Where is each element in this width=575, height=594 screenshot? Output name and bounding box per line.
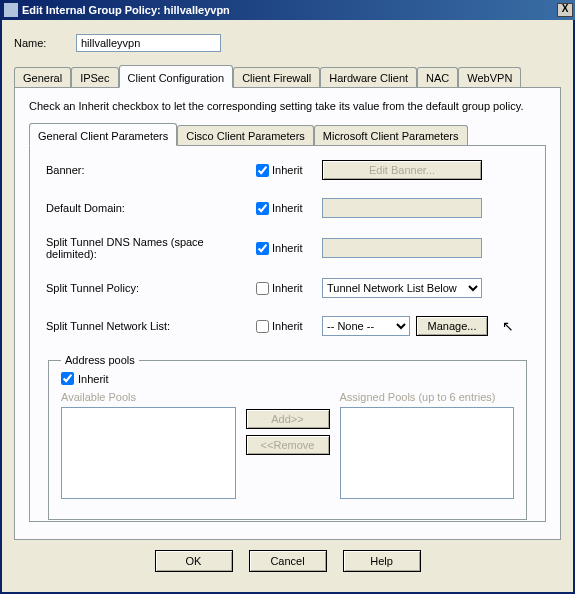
window-title: Edit Internal Group Policy: hillvalleyvp… xyxy=(22,4,557,16)
tab-nac[interactable]: NAC xyxy=(417,67,458,87)
help-button[interactable]: Help xyxy=(343,550,421,572)
split-dns-label: Split Tunnel DNS Names (space delimited)… xyxy=(46,236,256,260)
instruction-text: Check an Inherit checkbox to let the cor… xyxy=(29,100,546,112)
assigned-pools-listbox[interactable] xyxy=(340,407,515,499)
remove-pool-button[interactable]: <<Remove xyxy=(246,435,330,455)
manage-button[interactable]: Manage... xyxy=(416,316,488,336)
default-domain-label: Default Domain: xyxy=(46,202,256,214)
banner-inherit-checkbox[interactable] xyxy=(256,164,269,177)
edit-banner-button[interactable]: Edit Banner... xyxy=(322,160,482,180)
inherit-label: Inherit xyxy=(272,164,303,176)
subtab-general-client-parameters[interactable]: General Client Parameters xyxy=(29,123,177,146)
tab-client-firewall[interactable]: Client Firewall xyxy=(233,67,320,87)
name-label: Name: xyxy=(14,37,76,49)
split-dns-inherit-checkbox[interactable] xyxy=(256,242,269,255)
subtab-cisco-client-parameters[interactable]: Cisco Client Parameters xyxy=(177,125,314,145)
tab-ipsec[interactable]: IPSec xyxy=(71,67,118,87)
tab-hardware-client[interactable]: Hardware Client xyxy=(320,67,417,87)
default-domain-input[interactable] xyxy=(322,198,482,218)
available-pools-listbox[interactable] xyxy=(61,407,236,499)
split-tunnel-policy-inherit-checkbox[interactable] xyxy=(256,282,269,295)
available-pools-label: Available Pools xyxy=(61,391,236,403)
subtab-microsoft-client-parameters[interactable]: Microsoft Client Parameters xyxy=(314,125,468,145)
address-pools-inherit-checkbox[interactable] xyxy=(61,372,74,385)
split-tunnel-policy-label: Split Tunnel Policy: xyxy=(46,282,256,294)
banner-label: Banner: xyxy=(46,164,256,176)
assigned-pools-label: Assigned Pools (up to 6 entries) xyxy=(340,391,515,403)
add-pool-button[interactable]: Add>> xyxy=(246,409,330,429)
tab-general[interactable]: General xyxy=(14,67,71,87)
split-tunnel-network-list-select[interactable]: -- None -- xyxy=(322,316,410,336)
address-pools-group: Address pools Inherit Available Pools Ad… xyxy=(48,354,527,520)
split-tunnel-policy-select[interactable]: Tunnel Network List Below xyxy=(322,278,482,298)
close-button[interactable]: X xyxy=(557,3,573,17)
tab-client-configuration[interactable]: Client Configuration xyxy=(119,65,234,88)
split-tunnel-network-list-label: Split Tunnel Network List: xyxy=(46,320,256,332)
default-domain-inherit-checkbox[interactable] xyxy=(256,202,269,215)
tab-webvpn[interactable]: WebVPN xyxy=(458,67,521,87)
ok-button[interactable]: OK xyxy=(155,550,233,572)
app-icon xyxy=(4,3,18,17)
cancel-button[interactable]: Cancel xyxy=(249,550,327,572)
name-input[interactable] xyxy=(76,34,221,52)
split-dns-input[interactable] xyxy=(322,238,482,258)
split-tunnel-network-list-inherit-checkbox[interactable] xyxy=(256,320,269,333)
address-pools-legend: Address pools xyxy=(61,354,139,366)
